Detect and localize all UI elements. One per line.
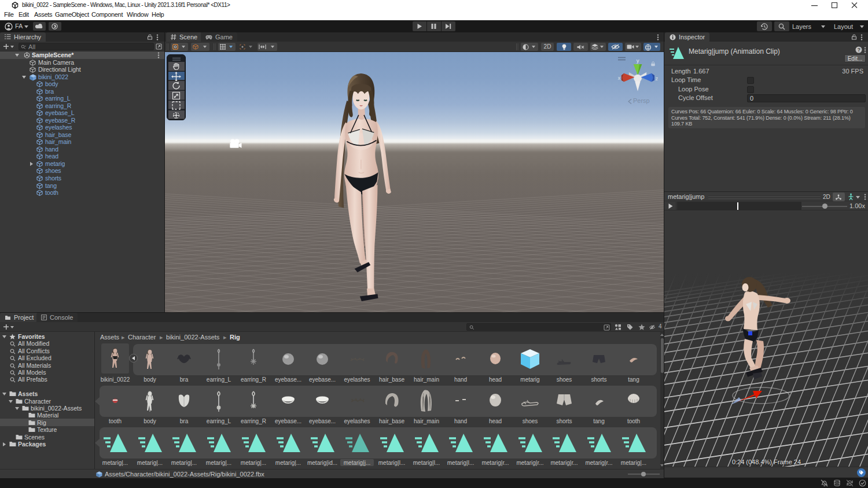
- svg-text:y: y: [637, 57, 639, 64]
- svg-text:x: x: [618, 75, 621, 81]
- svg-text:?: ?: [858, 47, 861, 53]
- svg-text:z: z: [656, 76, 658, 82]
